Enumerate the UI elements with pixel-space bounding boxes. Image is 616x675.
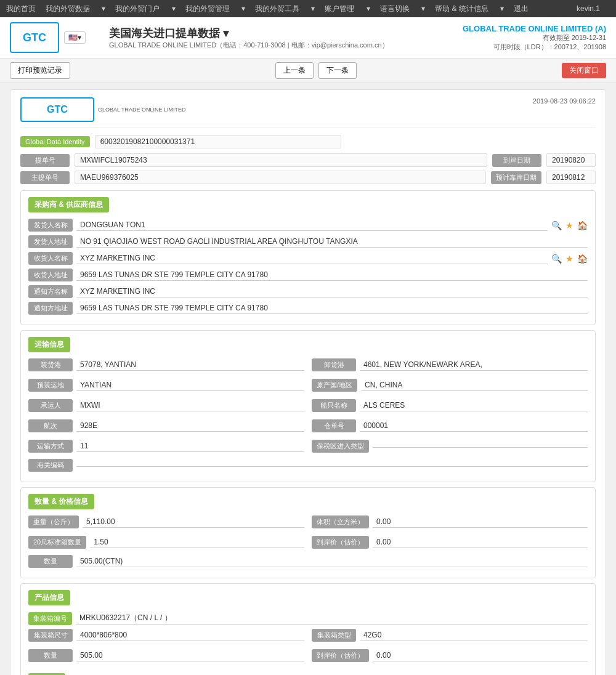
bonded-zone-label: 保税区进入类型 — [312, 440, 369, 453]
quantity-row: 数量 505.00(CTN) — [28, 555, 588, 568]
page-title: 美国海关进口提单数据 ▾ — [109, 26, 463, 41]
nav-portal[interactable]: 我的外贸门户 ▾ — [115, 4, 175, 14]
search-icon[interactable]: 🔍 — [551, 220, 562, 230]
nav-account[interactable]: 账户管理 ▾ — [325, 4, 370, 14]
weight-value: 5,110.00 — [83, 516, 304, 528]
supplier-section: 采购商 & 供应商信息 发货人名称 DONGGUAN TON1 🔍 ★ 🏠 发货… — [20, 190, 596, 325]
loading-port-value: 57078, YANTIAN — [76, 359, 304, 371]
star-icon[interactable]: ★ — [565, 220, 573, 230]
transport-mode-row: 运输方式 11 — [28, 440, 304, 453]
unloading-port-row: 卸货港 4601, NEW YORK/NEWARK AREA, — [312, 358, 588, 371]
consignee-name-row: 收货人名称 XYZ MARKETING INC 🔍 ★ 🏠 — [28, 252, 588, 265]
consignee-star-icon[interactable]: ★ — [565, 254, 573, 264]
product-grid: 集装箱尺寸 4000*806*800 集装箱类型 42G0 数量 505.00 … — [28, 629, 588, 666]
global-data-identity-label: Global Data Identity — [20, 136, 90, 147]
language-flag-button[interactable]: 🇺🇸 ▾ — [64, 31, 86, 44]
container20-label: 20尺标准箱数量 — [28, 536, 86, 549]
transport-grid: 装货港 57078, YANTIAN 卸货港 4601, NEW YORK/NE… — [28, 358, 588, 456]
bill-number-value: MXWIFCL19075243 — [75, 153, 487, 167]
product-landing-price-value: 0.00 — [373, 650, 588, 661]
shipper-name-value: DONGGUAN TON1 — [76, 219, 548, 231]
customs-code-label: 海关编码 — [28, 459, 73, 472]
nav-home[interactable]: 我的首页 — [6, 4, 36, 14]
container-number-value: 000001 — [360, 420, 588, 432]
close-button[interactable]: 关闭窗口 — [562, 63, 606, 78]
container-size-label: 集装箱尺寸 — [28, 629, 73, 642]
home-icon[interactable]: 🏠 — [577, 220, 588, 230]
pre-carriage-row: 预装运地 YANTIAN — [28, 379, 304, 392]
quantity-label: 数量 — [28, 555, 73, 568]
vessel-name-label: 船只名称 — [312, 399, 356, 412]
nav-trade-data[interactable]: 我的外贸数据 ▾ — [46, 4, 105, 14]
container-size-row: 集装箱尺寸 4000*806*800 — [28, 629, 304, 642]
origin-country-row: 原产国/地区 CN, CHINA — [312, 379, 588, 392]
doc-logo-box: GTC — [20, 97, 94, 122]
notify-name-row: 通知方名称 XYZ MARKETING INC — [28, 285, 588, 298]
header-center: 美国海关进口提单数据 ▾ GLOBAL TRADE ONLINE LIMITED… — [97, 26, 463, 50]
volume-value: 0.00 — [373, 516, 588, 528]
container-type-value: 42G0 — [360, 629, 588, 641]
page-header: GTC 🇺🇸 ▾ 美国海关进口提单数据 ▾ GLOBAL TRADE ONLIN… — [0, 17, 616, 59]
logo: GTC — [10, 22, 59, 53]
company-name: GLOBAL TRADE ONLINE LIMITED (A) — [463, 24, 606, 33]
nav-management[interactable]: 我的外贸管理 ▾ — [185, 4, 245, 14]
logo-area: GTC — [10, 22, 59, 53]
container-code-value: MRKU0632217（CN / L / ） — [76, 612, 588, 625]
quantity-section-header: 数量 & 价格信息 — [28, 494, 588, 515]
main-content: GTC GLOBAL TRADE ONLINE LIMITED 2019-08-… — [0, 83, 616, 675]
product-quantity-row: 数量 505.00 — [28, 649, 304, 662]
loading-port-label: 装货港 — [28, 358, 73, 371]
shipper-address-value: NO 91 QIAOJIAO WEST ROAD GAOLI INDUSTRIA… — [76, 236, 588, 248]
global-data-identity-value: 60032019082100000031371 — [95, 135, 341, 148]
transport-section-header: 运输信息 — [28, 337, 588, 358]
unloading-port-value: 4601, NEW YORK/NEWARK AREA, — [360, 359, 588, 371]
customs-code-value — [76, 464, 588, 467]
prev-button[interactable]: 上一条 — [275, 62, 314, 79]
voyage-label: 航次 — [28, 419, 73, 432]
consignee-name-label: 收货人名称 — [28, 252, 73, 265]
container-size-value: 4000*806*800 — [76, 629, 304, 641]
product-section: 产品信息 集装箱编号 MRKU0632217（CN / L / ） 集装箱尺寸 … — [20, 583, 596, 675]
document-card: GTC GLOBAL TRADE ONLINE LIMITED 2019-08-… — [10, 89, 606, 675]
notify-name-label: 通知方名称 — [28, 285, 73, 298]
quantity-section: 数量 & 价格信息 重量（公斤） 5,110.00 体积（立方米） 0.00 2… — [20, 487, 596, 578]
next-button[interactable]: 下一条 — [318, 62, 357, 79]
master-bill-value: MAEU969376025 — [75, 171, 486, 184]
nav-tools[interactable]: 我的外贸工具 ▾ — [255, 4, 315, 14]
carrier-row: 承运人 MXWI — [28, 399, 304, 412]
landing-price-row: 到岸价（估价） 0.00 — [312, 536, 588, 549]
nav-logout[interactable]: 退出 — [514, 4, 529, 14]
vessel-name-row: 船只名称 ALS CERES — [312, 399, 588, 412]
estimated-date-label: 预计靠岸日期 — [491, 171, 541, 184]
nav-help[interactable]: 帮助 & 统计信息 ▾ — [435, 4, 504, 14]
product-section-header: 产品信息 — [28, 590, 588, 612]
volume-row: 体积（立方米） 0.00 — [312, 515, 588, 528]
landing-price-value: 0.00 — [373, 536, 588, 548]
transport-mode-label: 运输方式 — [28, 440, 73, 453]
quantity-value: 505.00(CTN) — [76, 556, 588, 567]
container20-row: 20尺标准箱数量 1.50 — [28, 536, 304, 549]
product-quantity-label: 数量 — [28, 649, 73, 662]
print-button[interactable]: 打印预览记录 — [10, 62, 70, 79]
consignee-home-icon[interactable]: 🏠 — [577, 254, 588, 264]
nav-language[interactable]: 语言切换 ▾ — [380, 4, 425, 14]
product-landing-price-row: 到岸价（估价） 0.00 — [312, 649, 588, 662]
container-code-row: 集装箱编号 MRKU0632217（CN / L / ） — [28, 612, 588, 625]
top-action-bar: 打印预览记录 上一条 下一条 关闭窗口 — [0, 59, 616, 83]
transport-mode-value: 11 — [76, 440, 304, 452]
loading-port-row: 装货港 57078, YANTIAN — [28, 358, 304, 371]
container-code-label: 集装箱编号 — [28, 612, 72, 625]
consignee-name-value: XYZ MARKETING INC — [76, 253, 548, 264]
arrival-date-value: 20190820 — [546, 153, 596, 167]
product-desc-block: 产品描述 COUNTERTOP BLENDER — [28, 669, 588, 675]
container-type-row: 集装箱类型 42G0 — [312, 629, 588, 642]
consignee-search-icon[interactable]: 🔍 — [551, 254, 562, 264]
bill-number-label: 提单号 — [20, 154, 70, 167]
weight-label: 重量（公斤） — [28, 515, 79, 528]
shipper-address-label: 发货人地址 — [28, 235, 73, 248]
pre-carriage-value: YANTIAN — [76, 379, 304, 391]
unloading-port-label: 卸货港 — [312, 358, 356, 371]
global-data-identity-row: Global Data Identity 6003201908210000003… — [20, 135, 596, 148]
arrival-date-label: 到岸日期 — [492, 154, 541, 167]
shipper-name-label: 发货人名称 — [28, 219, 73, 232]
